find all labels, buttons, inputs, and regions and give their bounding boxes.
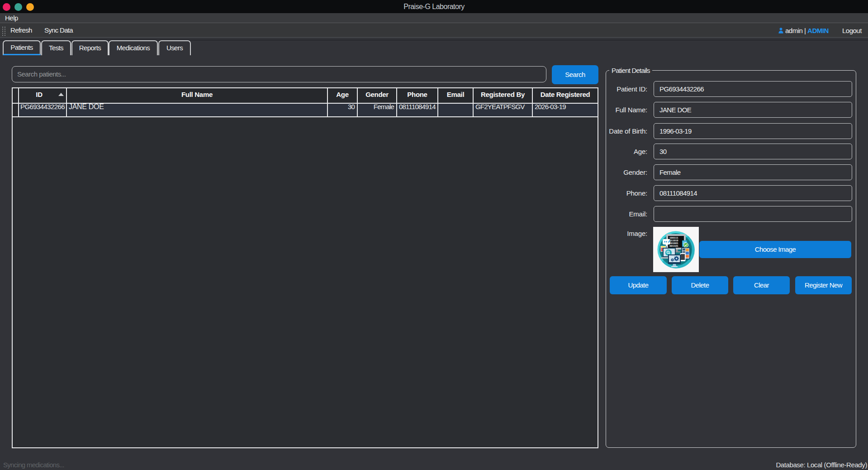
svg-text:001181: 001181 <box>669 245 678 248</box>
